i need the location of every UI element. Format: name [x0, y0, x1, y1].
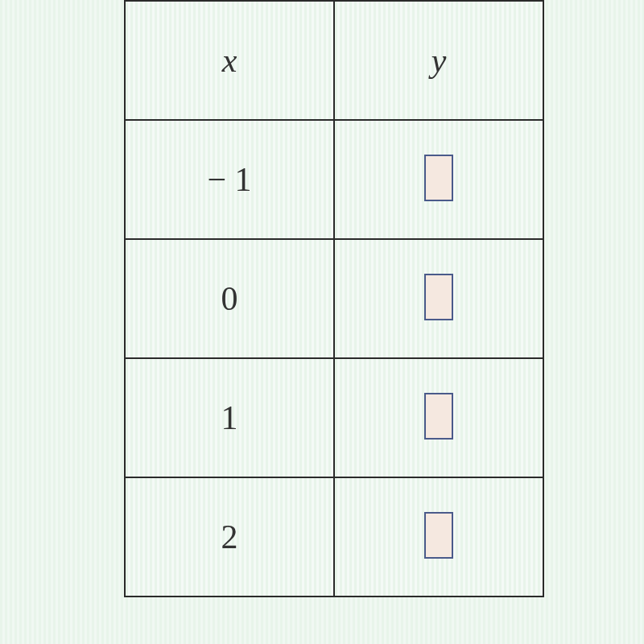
- x-value-2: 0: [125, 239, 334, 358]
- table-header-row: x y: [125, 1, 543, 120]
- y-cell-2: [334, 239, 543, 358]
- header-y: y: [334, 1, 543, 120]
- y-input-1[interactable]: [424, 155, 453, 201]
- y-cell-4: [334, 477, 543, 597]
- table-row: 2: [125, 477, 543, 597]
- table-row: 1: [125, 358, 543, 477]
- y-cell-3: [334, 358, 543, 477]
- y-input-3[interactable]: [424, 393, 453, 440]
- table-row: 0: [125, 239, 543, 358]
- y-input-2[interactable]: [424, 274, 453, 320]
- xy-table-container: x y − 1 0 1 2: [124, 0, 544, 597]
- table-row: − 1: [125, 120, 543, 239]
- x-value-3: 1: [125, 358, 334, 477]
- x-value-1: − 1: [125, 120, 334, 239]
- y-input-4[interactable]: [424, 512, 453, 559]
- header-x: x: [125, 1, 334, 120]
- y-cell-1: [334, 120, 543, 239]
- xy-table: x y − 1 0 1 2: [124, 0, 544, 597]
- x-value-4: 2: [125, 477, 334, 597]
